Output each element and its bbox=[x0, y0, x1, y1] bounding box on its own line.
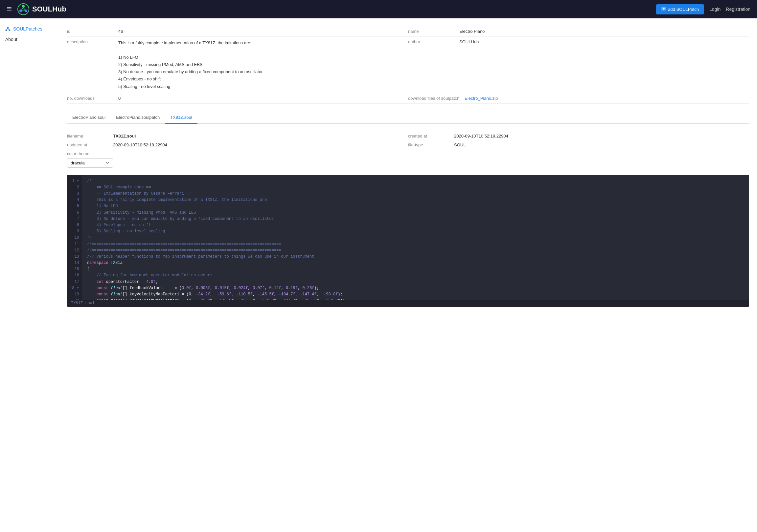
download-cell: download files of soulpatch Electro_Pian… bbox=[408, 96, 749, 101]
downloads-cell: no. downloads 0 bbox=[67, 96, 408, 101]
downloads-label: no. downloads bbox=[67, 96, 113, 101]
file-meta-right: created at 2020-09-10T10:52:19.22904 fil… bbox=[408, 132, 749, 170]
layout: SOULPatches About id 46 name Electro Pia… bbox=[0, 18, 757, 532]
name-cell: name Electro Piano bbox=[408, 29, 749, 34]
filetype-label: file-type bbox=[408, 142, 454, 147]
description-cell: description This is a fairly complete im… bbox=[67, 40, 408, 90]
hamburger-menu[interactable]: ☰ bbox=[7, 6, 12, 13]
logo: SOULHub bbox=[17, 3, 66, 15]
color-theme-row: color theme dracula monokai github solar… bbox=[67, 149, 408, 170]
add-soulpatch-button[interactable]: add SOULPatch bbox=[656, 4, 704, 14]
description-label: description bbox=[67, 40, 113, 44]
sidebar-item-about[interactable]: About bbox=[0, 34, 59, 44]
id-label: id bbox=[67, 29, 113, 34]
line-numbers: 1 ▾ 2 3 4 5 6 7 8 9 10 11 12 13 14 15 16 bbox=[67, 175, 82, 300]
color-theme-label: color theme bbox=[67, 151, 408, 156]
sidebar: SOULPatches About bbox=[0, 18, 59, 532]
download-link[interactable]: Electro_Piano.zip bbox=[465, 96, 498, 101]
code-content[interactable]: 1 ▾ 2 3 4 5 6 7 8 9 10 11 12 13 14 15 16 bbox=[67, 175, 749, 300]
created-at-value: 2020-09-10T10:52:19.22904 bbox=[454, 133, 508, 138]
name-value: Electro Piano bbox=[459, 29, 485, 34]
downloads-value: 0 bbox=[118, 96, 121, 101]
file-meta-left: filename TX81Z.soul updated at 2020-09-1… bbox=[67, 132, 408, 170]
id-value: 46 bbox=[118, 29, 123, 34]
sidebar-soulpatches-label: SOULPatches bbox=[13, 26, 43, 32]
name-label: name bbox=[408, 29, 454, 34]
download-link-value: Electro_Piano.zip bbox=[465, 96, 498, 101]
filetype-value: SOUL bbox=[454, 142, 466, 147]
login-link[interactable]: Login bbox=[710, 7, 720, 12]
header-right: add SOULPatch Login Registration bbox=[656, 4, 750, 14]
svg-point-1 bbox=[22, 5, 25, 8]
file-tabs: ElectroPiano.soul ElectroPiano.soulpatch… bbox=[67, 112, 749, 124]
header-left: ☰ SOULHub bbox=[7, 3, 66, 15]
logo-text: SOULHub bbox=[32, 5, 66, 14]
code-text: /* == SOUL example code == == Implemenen… bbox=[82, 175, 749, 300]
updated-at-label: updated at bbox=[67, 142, 113, 147]
created-at-row: created at 2020-09-10T10:52:19.22904 bbox=[408, 132, 749, 140]
tab-electropiano-soul[interactable]: ElectroPiano.soul bbox=[67, 112, 111, 124]
tab-tx81z-soul[interactable]: TX81Z.soul bbox=[165, 112, 197, 124]
file-metadata: filename TX81Z.soul updated at 2020-09-1… bbox=[67, 132, 749, 170]
description-author-row: description This is a fairly complete im… bbox=[67, 37, 749, 93]
svg-point-10 bbox=[7, 27, 9, 29]
author-cell: author SOULHub bbox=[408, 40, 749, 44]
author-value: SOULHub bbox=[459, 40, 479, 44]
updated-at-value: 2020-09-10T10:52:19.22904 bbox=[113, 142, 167, 147]
registration-link[interactable]: Registration bbox=[726, 7, 750, 12]
sidebar-item-soulpatches[interactable]: SOULPatches bbox=[0, 24, 59, 34]
add-icon bbox=[661, 7, 666, 12]
soulpatches-icon bbox=[5, 26, 11, 32]
author-label: author bbox=[408, 40, 454, 44]
created-at-label: created at bbox=[408, 133, 454, 138]
download-files-label: download files of soulpatch bbox=[408, 96, 459, 101]
updated-at-row: updated at 2020-09-10T10:52:19.22904 bbox=[67, 140, 408, 149]
description-value: This is a fairly complete implementation… bbox=[118, 40, 262, 90]
filetype-row: file-type SOUL bbox=[408, 140, 749, 149]
svg-line-14 bbox=[8, 29, 9, 30]
tab-electropiano-soulpatch[interactable]: ElectroPiano.soulpatch bbox=[111, 112, 165, 124]
logo-icon bbox=[17, 3, 30, 15]
header: ☰ SOULHub add SOULPatch Login bbox=[0, 0, 757, 18]
svg-line-13 bbox=[7, 29, 8, 30]
id-cell: id 46 bbox=[67, 29, 408, 34]
filename-row: filename TX81Z.soul bbox=[67, 132, 408, 140]
patch-info-section: id 46 name Electro Piano description Thi… bbox=[67, 26, 749, 104]
filename-value: TX81Z.soul bbox=[113, 133, 136, 138]
code-editor: 1 ▾ 2 3 4 5 6 7 8 9 10 11 12 13 14 15 16 bbox=[67, 175, 749, 307]
filename-label: filename bbox=[67, 133, 113, 138]
color-theme-select[interactable]: dracula monokai github solarized bbox=[67, 158, 113, 168]
id-name-row: id 46 name Electro Piano bbox=[67, 26, 749, 37]
code-footer: TX81Z.soul bbox=[67, 300, 749, 307]
downloads-row: no. downloads 0 download files of soulpa… bbox=[67, 93, 749, 104]
main-content: id 46 name Electro Piano description Thi… bbox=[59, 18, 757, 532]
